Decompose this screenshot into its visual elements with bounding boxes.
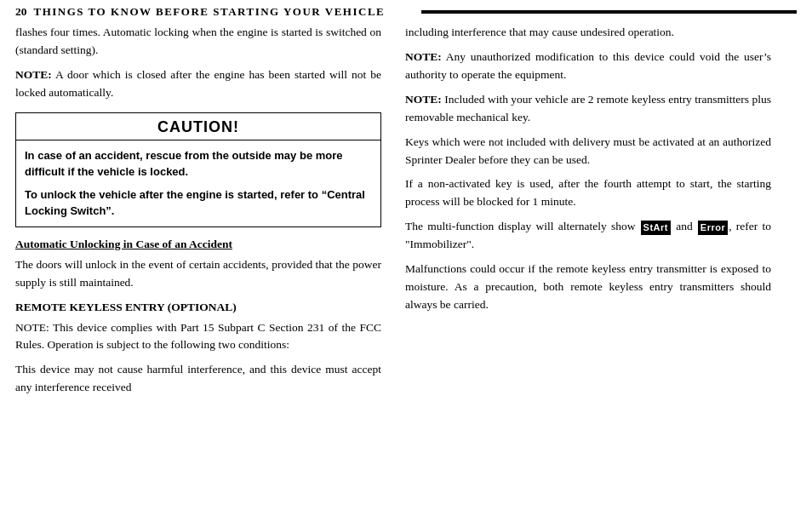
right-para4-before: The multi-function display will alternat… [405, 220, 640, 232]
section2-para1: NOTE: This device complies with Part 15 … [15, 319, 381, 355]
right-para4: The multi-function display will alternat… [405, 218, 771, 254]
right-note1: NOTE: Any unauthorized modification to t… [405, 49, 771, 84]
section2-heading: REMOTE KEYLESS ENTRY (OPTIONAL) [15, 301, 381, 314]
page-container: 20 THINGS TO KNOW BEFORE STARTING YOUR V… [0, 0, 812, 516]
right-note2-label: NOTE: [405, 93, 442, 106]
badge-error: Error [698, 221, 728, 235]
right-note2-text: Included with your vehicle are 2 remote … [405, 93, 771, 123]
caution-title: CAUTION! [157, 118, 239, 135]
section2-para2: This device may not cause harmful interf… [15, 361, 381, 397]
section1-heading: Automatic Unlocking in Case of an Accide… [15, 238, 381, 251]
left-note1-text: A door which is closed after the engine … [15, 68, 381, 99]
section1-para: The doors will unlock in the event of ce… [15, 256, 381, 292]
right-para4-middle: and [672, 220, 697, 232]
right-para1: including interference that may cause un… [405, 24, 771, 42]
header-bar: 20 THINGS TO KNOW BEFORE STARTING YOUR V… [0, 0, 812, 24]
caution-body: In case of an accident, rescue from the … [16, 140, 380, 226]
caution-line1: In case of an accident, rescue from the … [25, 147, 372, 181]
right-note1-label: NOTE: [405, 50, 442, 63]
header-rule [421, 10, 797, 14]
caution-title-bar: CAUTION! [16, 113, 380, 140]
caution-box: CAUTION! In case of an accident, rescue … [15, 112, 381, 227]
right-para3: If a non-activated key is used, after th… [405, 175, 771, 211]
left-column: flashes four times. Automatic locking wh… [15, 24, 381, 404]
content-columns: flashes four times. Automatic locking wh… [0, 24, 812, 404]
left-note1: NOTE: A door which is closed after the e… [15, 66, 381, 102]
right-para5: Malfunctions could occur if the remote k… [405, 261, 771, 314]
right-para2: Keys which were not included with delive… [405, 134, 771, 169]
right-column: including interference that may cause un… [405, 24, 771, 404]
caution-line2: To unlock the vehicle after the engine i… [25, 186, 372, 220]
left-para1: flashes four times. Automatic locking wh… [15, 24, 381, 60]
page-number: 20 [15, 5, 27, 19]
left-note1-label: NOTE: [15, 68, 52, 81]
right-note1-text: Any unauthorized modification to this de… [405, 50, 771, 81]
right-note2: NOTE: Included with your vehicle are 2 r… [405, 91, 771, 127]
page-title: THINGS TO KNOW BEFORE STARTING YOUR VEHI… [34, 5, 409, 19]
badge-start: StArt [641, 221, 671, 235]
